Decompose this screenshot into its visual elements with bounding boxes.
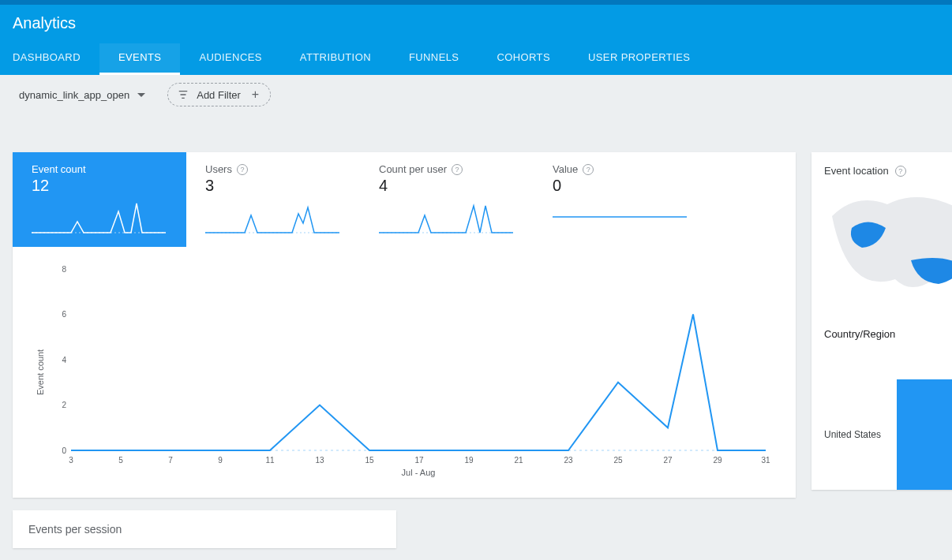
tab-audiences[interactable]: AUDIENCES — [199, 43, 261, 75]
svg-text:9: 9 — [218, 456, 223, 465]
svg-text:2: 2 — [62, 401, 66, 409]
country-bar — [897, 379, 952, 490]
svg-text:4: 4 — [62, 356, 66, 364]
event-location-title-text: Event location — [824, 165, 889, 177]
sparkline — [379, 200, 513, 235]
svg-text:29: 29 — [713, 456, 722, 465]
svg-text:13: 13 — [315, 456, 324, 465]
svg-text:25: 25 — [613, 456, 623, 465]
svg-text:6: 6 — [62, 310, 66, 319]
svg-text:0: 0 — [62, 446, 66, 455]
events-per-session-title: Events per session — [28, 523, 122, 536]
tab-attribution[interactable]: ATTRIBUTION — [300, 43, 371, 75]
country-row[interactable]: United States — [824, 340, 952, 490]
metric-label: Value ? — [553, 163, 693, 175]
chevron-down-icon — [137, 93, 145, 97]
filter-icon — [178, 89, 189, 100]
metric-value: 12 — [32, 175, 172, 195]
svg-text:31: 31 — [761, 456, 770, 465]
metric-count-per-user[interactable]: Count per user ? 4 — [360, 152, 534, 247]
page-title: Analytics — [13, 14, 939, 43]
svg-text:3: 3 — [69, 456, 73, 465]
svg-text:15: 15 — [365, 456, 374, 465]
svg-text:11: 11 — [265, 456, 275, 465]
svg-text:27: 27 — [663, 456, 673, 465]
tab-events[interactable]: EVENTS — [99, 43, 180, 75]
tab-cohorts[interactable]: COHORTS — [497, 43, 550, 75]
help-icon[interactable]: ? — [452, 164, 463, 175]
help-icon[interactable]: ? — [237, 164, 248, 175]
sparkline — [32, 200, 166, 235]
svg-text:19: 19 — [464, 456, 474, 465]
svg-text:17: 17 — [414, 456, 424, 465]
metric-label-text: Value — [553, 163, 578, 175]
metric-label-text: Users — [205, 163, 232, 175]
tab-user-properties[interactable]: USER PROPERTIES — [588, 43, 690, 75]
tabs: DASHBOARD EVENTS AUDIENCES ATTRIBUTION F… — [13, 43, 939, 75]
content: Event count 12 Users ? 3 — [0, 114, 952, 498]
svg-text:5: 5 — [118, 456, 123, 465]
tab-funnels[interactable]: FUNNELS — [409, 43, 459, 75]
metric-value[interactable]: Value ? 0 — [534, 152, 707, 247]
sparkline — [205, 200, 339, 235]
line-chart: 0 2 4 6 8 3 5 7 9 11 13 15 17 19 — [32, 261, 777, 490]
metric-label-text: Count per user — [379, 163, 447, 175]
event-location-card: Event location ? Country/Region United S… — [811, 152, 952, 490]
y-axis-label: Event count — [36, 349, 45, 395]
add-filter-button[interactable]: Add Filter + — [167, 83, 271, 106]
metric-label: Event count — [32, 163, 172, 175]
x-axis-label: Jul - Aug — [402, 468, 436, 477]
event-location-title: Event location ? — [824, 165, 952, 177]
filterbar: dynamic_link_app_open Add Filter + — [0, 75, 952, 114]
event-select-value: dynamic_link_app_open — [19, 89, 129, 101]
metric-event-count[interactable]: Event count 12 — [13, 152, 186, 247]
tab-dashboard[interactable]: DASHBOARD — [13, 43, 81, 75]
svg-text:8: 8 — [62, 265, 66, 274]
country-region-header: Country/Region — [824, 319, 952, 340]
svg-text:7: 7 — [168, 456, 173, 465]
metric-label: Count per user ? — [379, 163, 519, 175]
main-card: Event count 12 Users ? 3 — [13, 152, 796, 498]
sparkline — [553, 200, 687, 235]
event-count-chart: Event count 0 2 4 6 8 3 5 7 9 — [13, 247, 796, 498]
help-icon[interactable]: ? — [583, 164, 594, 175]
metric-value-text: 0 — [553, 175, 693, 195]
country-label: United States — [824, 429, 881, 440]
event-select[interactable]: dynamic_link_app_open — [13, 84, 152, 106]
add-filter-label: Add Filter — [197, 89, 241, 101]
help-icon[interactable]: ? — [895, 166, 906, 177]
globe-icon — [824, 185, 952, 311]
metric-value: 3 — [205, 175, 346, 195]
map — [824, 177, 952, 319]
metric-label: Users ? — [205, 163, 346, 175]
metric-value: 4 — [379, 175, 519, 195]
metric-users[interactable]: Users ? 3 — [186, 152, 360, 247]
svg-text:23: 23 — [564, 456, 573, 465]
svg-text:21: 21 — [514, 456, 523, 465]
events-per-session-card: Events per session — [13, 510, 396, 548]
metric-row: Event count 12 Users ? 3 — [13, 152, 796, 247]
header: Analytics DASHBOARD EVENTS AUDIENCES ATT… — [0, 5, 952, 75]
plus-icon: + — [249, 88, 262, 101]
metric-label-text: Event count — [32, 163, 86, 175]
